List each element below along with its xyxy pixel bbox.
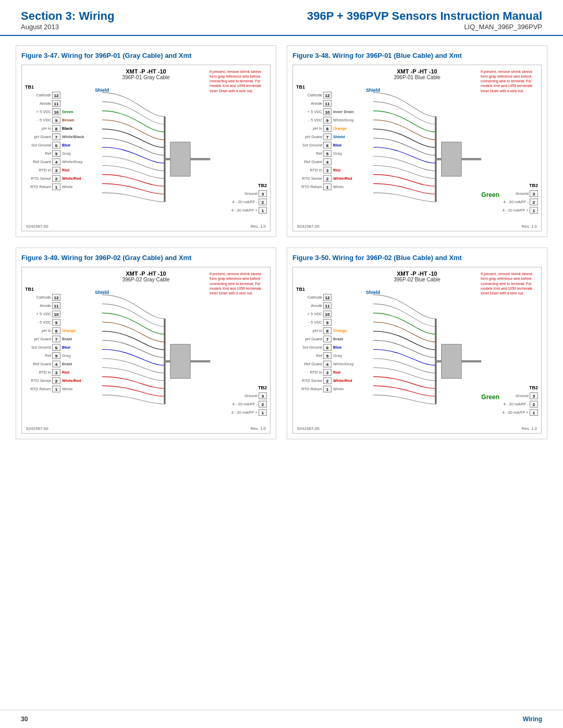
tb1-row-label-3-4: pH In — [296, 328, 323, 333]
tb1-row-label-1-5: pH Guard — [296, 134, 323, 139]
tb1-row-label-2-9: RTD In — [25, 370, 52, 375]
rev-0: Rev. 1.0 — [251, 224, 266, 229]
tb2-row-label-1-0: Ground — [516, 191, 530, 196]
tb1-label-1: TB1 — [296, 84, 361, 90]
wiring-svg-3 — [361, 285, 499, 427]
tb1-row-1-2: + 5 VDC10Inner Drain — [296, 107, 361, 116]
tb1-row-color-0-4: Black — [62, 126, 72, 131]
tb1-row-num-2-8: 4 — [52, 361, 60, 367]
tb1-row-3-1: Anode11 — [296, 301, 361, 310]
tb1-rows-3: Cathode12Anode11+ 5 VDC10- 5 VDC9pH In8O… — [296, 293, 361, 393]
tb1-row-num-0-8: 4 — [52, 158, 60, 165]
tb2-label-0: TB2 — [258, 183, 267, 188]
tb1-row-1-1: Anode11 — [296, 99, 361, 107]
tb1-row-label-1-1: Anode — [296, 101, 323, 106]
tb2-row-num-3-2: 1 — [530, 409, 538, 416]
tb2-label-1: TB2 — [529, 183, 538, 188]
tb1-row-num-1-4: 8 — [323, 125, 332, 132]
tb2-row-label-3-1: 4 - 20 mA/FF - — [504, 402, 530, 406]
tb1-row-color-0-6: Blue — [62, 143, 70, 147]
tb1-row-color-3-4: Orange — [333, 328, 347, 333]
wiring-diagram-3: XMT -P -HT -10396P-02 Blue CableIf prese… — [292, 267, 542, 434]
figure-title-2: Figure 3-49. Wiring for 396P-02 (Gray Ca… — [21, 253, 271, 263]
tb1-row-1-7: Ref5Gray — [296, 149, 361, 157]
tb1-row-label-0-11: RTD Return — [25, 184, 52, 189]
tb1-row-label-0-4: pH In — [25, 126, 52, 131]
tb1-row-color-2-11: White — [62, 387, 72, 391]
tb1-row-3-2: + 5 VDC10 — [296, 310, 361, 318]
tb2-row-1-2: 4 - 20 mA/FF +1 — [503, 206, 538, 214]
tb1-row-num-3-1: 11 — [323, 302, 332, 309]
tb1-row-0-4: pH In8Black — [25, 124, 90, 132]
tb1-row-label-3-7: Ref — [296, 353, 323, 358]
tb1-row-2-2: + 5 VDC10 — [25, 310, 90, 318]
tb1-row-color-0-10: White/Red — [62, 176, 81, 181]
tb1-row-num-2-0: 12 — [52, 294, 60, 301]
tb1-row-label-0-8: Ref Guard — [25, 159, 52, 164]
tb2-row-label-3-2: 4 - 20 mA/FF + — [503, 410, 530, 415]
tb1-row-color-1-5: Shield — [333, 134, 345, 139]
tb2-panel-3: TB2Ground34 - 20 mA/FF -24 - 20 mA/FF +1 — [499, 285, 541, 427]
page-header: Section 3: Wiring August 2013 396P + 396… — [0, 0, 563, 36]
tb1-row-color-2-7: Gray — [62, 353, 71, 358]
tb1-rows-0: Cathode12Anode11+ 5 VDC10Green- 5 VDC9Br… — [25, 91, 90, 191]
tb1-row-0-1: Anode11 — [25, 99, 90, 107]
tb1-row-label-0-1: Anode — [25, 101, 52, 106]
tb1-row-label-2-2: + 5 VDC — [25, 312, 52, 316]
green-label-3: Green — [481, 393, 499, 401]
tb1-row-num-1-7: 5 — [323, 150, 332, 157]
tb1-rows-2: Cathode12Anode11+ 5 VDC10- 5 VDC9pH In8O… — [25, 293, 90, 393]
tb1-row-color-1-4: Orange — [333, 126, 347, 131]
tb1-row-color-1-3: White/Gray — [333, 118, 354, 122]
figure-block-1: Figure 3-48. Wiring for 396P-01 (Blue Ca… — [287, 45, 547, 237]
tb1-row-label-2-8: Ref Guard — [25, 362, 52, 366]
tb1-row-num-2-7: 5 — [52, 352, 60, 359]
tb1-row-3-7: Ref5Gray — [296, 351, 361, 360]
tb1-row-3-4: pH In8Orange — [296, 326, 361, 335]
tb1-row-num-0-6: 6 — [52, 142, 60, 149]
diagram-footer-2: 9241587-00Rev. 1.0 — [22, 425, 270, 432]
section-title: Section 3: Wiring — [21, 9, 114, 23]
tb1-row-1-0: Cathode12 — [296, 91, 361, 99]
tb2-row-num-3-0: 3 — [530, 392, 538, 399]
manual-title: 396P + 396PVP Sensors Instruction Manual — [307, 9, 542, 23]
tb1-row-label-3-6: Sol Ground — [296, 345, 323, 350]
tb1-row-label-0-2: + 5 VDC — [25, 109, 52, 114]
tb1-row-num-3-5: 7 — [323, 336, 332, 342]
tb2-row-3-2: 4 - 20 mA/FF +1 — [503, 408, 538, 416]
tb1-row-num-0-1: 11 — [52, 100, 60, 107]
tb1-row-label-1-9: RTD In — [296, 168, 323, 172]
tb1-row-num-2-6: 6 — [52, 344, 60, 351]
tb1-row-2-7: Ref5Gray — [25, 351, 90, 360]
figure-title-0: Figure 3-47. Wiring for 396P-01 (Gray Ca… — [21, 51, 271, 60]
svg-rect-1 — [170, 142, 190, 177]
tb2-row-label-3-0: Ground — [516, 393, 530, 398]
tb1-row-color-0-5: White/Black — [62, 134, 84, 139]
tb1-row-num-0-11: 1 — [52, 183, 60, 190]
tb1-row-color-2-10: White/Red — [62, 378, 81, 383]
tb1-row-num-0-10: 2 — [52, 175, 60, 182]
tb1-row-label-2-0: Cathode — [25, 295, 52, 300]
tb1-row-2-4: pH In8Orange — [25, 326, 90, 335]
wire-area-2: Shield — [90, 285, 228, 427]
tb1-row-0-11: RTD Return1White — [25, 182, 90, 191]
tb1-panel-0: TB1Cathode12Anode11+ 5 VDC10Green- 5 VDC… — [22, 82, 90, 225]
tb1-row-1-8: Ref Guard4 — [296, 157, 361, 166]
tb1-row-label-0-0: Cathode — [25, 93, 52, 97]
shield-label-3: Shield — [366, 290, 380, 295]
tb1-row-color-1-2: Inner Drain — [333, 109, 354, 114]
tb2-row-0-0: Ground3 — [244, 189, 267, 198]
tb1-label-3: TB1 — [296, 287, 361, 292]
tb1-row-num-1-6: 6 — [323, 142, 332, 149]
tb1-label-2: TB1 — [25, 287, 90, 292]
tb1-row-0-10: RTD Sense2White/Red — [25, 174, 90, 182]
tb1-row-num-1-8: 4 — [323, 158, 332, 165]
diagram-inner-3: TB1Cathode12Anode11+ 5 VDC10- 5 VDC9pH I… — [293, 285, 541, 427]
tb1-row-label-1-10: RTD Sense — [296, 176, 323, 181]
svg-rect-13 — [442, 344, 461, 379]
tb1-row-label-3-9: RTD In — [296, 370, 323, 375]
tb1-row-2-8: Ref Guard4Braid — [25, 360, 90, 368]
tb2-row-1-1: 4 - 20 mA/FF -2 — [504, 198, 538, 206]
tb1-row-3-8: Ref Guard4White/Gray — [296, 360, 361, 368]
tb1-row-label-3-1: Anode — [296, 303, 323, 308]
